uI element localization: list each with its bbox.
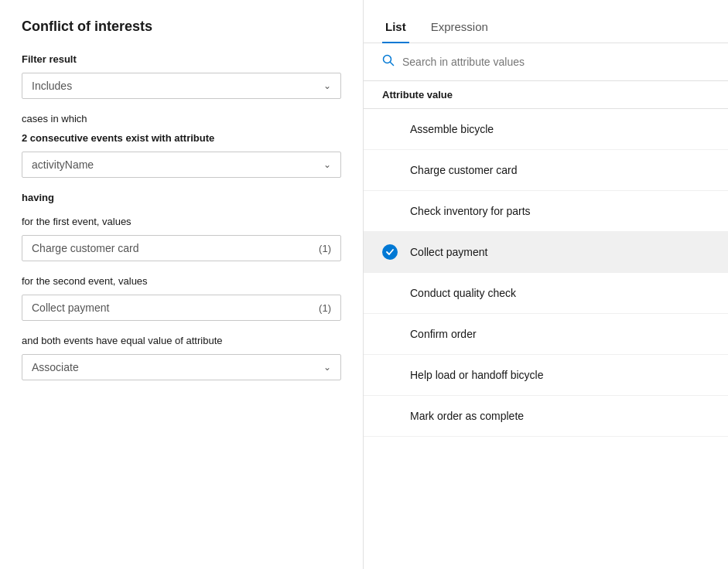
attribute-dropdown[interactable]: activityName ⌄	[22, 152, 341, 178]
right-panel: List Expression Attribute value Assemble…	[364, 0, 728, 569]
chevron-down-icon: ⌄	[323, 362, 331, 373]
cases-in-which-section: cases in which 2 consecutive events exis…	[22, 113, 341, 178]
first-event-count: (1)	[319, 243, 331, 254]
left-panel: Conflict of interests Filter result Incl…	[0, 0, 364, 569]
list-item[interactable]: Mark order as complete	[364, 396, 728, 437]
unselected-icon	[382, 203, 398, 219]
cases-in-which-label: cases in which	[22, 113, 341, 124]
page-title: Conflict of interests	[22, 19, 341, 35]
filter-result-dropdown[interactable]: Includes ⌄	[22, 73, 341, 99]
filter-result-section: Filter result Includes ⌄	[22, 53, 341, 99]
second-event-value: Collect payment	[32, 302, 319, 314]
item-label: Mark order as complete	[410, 410, 524, 422]
list-item-selected[interactable]: Collect payment	[364, 232, 728, 273]
first-event-label: for the first event, values	[22, 216, 341, 227]
unselected-icon	[382, 326, 398, 342]
item-label: Collect payment	[410, 246, 487, 258]
unselected-icon	[382, 285, 398, 301]
list-item[interactable]: Check inventory for parts	[364, 191, 728, 232]
equal-value-label: and both events have equal value of attr…	[22, 335, 341, 346]
tab-bar: List Expression	[364, 0, 728, 43]
unselected-icon	[382, 408, 398, 424]
unselected-icon	[382, 121, 398, 137]
associate-dropdown[interactable]: Associate ⌄	[22, 354, 341, 380]
list-item[interactable]: Help load or handoff bicycle	[364, 355, 728, 396]
second-event-label: for the second event, values	[22, 275, 341, 287]
item-label: Check inventory for parts	[410, 205, 531, 217]
list-item[interactable]: Charge customer card	[364, 150, 728, 191]
second-event-section: for the second event, values Collect pay…	[22, 275, 341, 321]
list-item[interactable]: Assemble bicycle	[364, 109, 728, 150]
item-label: Help load or handoff bicycle	[410, 369, 544, 381]
tab-list[interactable]: List	[382, 14, 409, 43]
item-label: Confirm order	[410, 328, 477, 340]
search-icon	[382, 54, 395, 70]
equal-value-section: and both events have equal value of attr…	[22, 335, 341, 380]
filter-result-value: Includes	[32, 80, 323, 92]
attribute-dropdown-value: activityName	[32, 158, 323, 171]
second-event-count: (1)	[319, 302, 331, 314]
chevron-down-icon: ⌄	[323, 80, 331, 91]
first-event-section: for the first event, values Charge custo…	[22, 216, 341, 261]
attribute-list: Attribute value Assemble bicycle Charge …	[364, 81, 728, 569]
search-bar	[364, 43, 728, 81]
unselected-icon	[382, 162, 398, 178]
having-section: having	[22, 192, 341, 203]
chevron-down-icon: ⌄	[323, 159, 331, 170]
having-label: having	[22, 192, 341, 203]
consecutive-events-label: 2 consecutive events exist with attribut…	[22, 132, 341, 144]
item-label: Charge customer card	[410, 164, 518, 176]
attribute-value-header: Attribute value	[364, 81, 728, 109]
svg-line-1	[391, 63, 394, 66]
first-event-field[interactable]: Charge customer card (1)	[22, 235, 341, 261]
unselected-icon	[382, 367, 398, 383]
selected-icon	[382, 244, 398, 260]
list-item[interactable]: Conduct quality check	[364, 273, 728, 314]
tab-expression[interactable]: Expression	[428, 14, 491, 43]
first-event-value: Charge customer card	[32, 242, 319, 254]
item-label: Assemble bicycle	[410, 123, 494, 135]
list-item[interactable]: Confirm order	[364, 314, 728, 355]
second-event-field[interactable]: Collect payment (1)	[22, 295, 341, 321]
search-input[interactable]	[402, 56, 709, 68]
filter-result-label: Filter result	[22, 53, 341, 65]
item-label: Conduct quality check	[410, 287, 516, 299]
associate-dropdown-value: Associate	[32, 361, 323, 373]
